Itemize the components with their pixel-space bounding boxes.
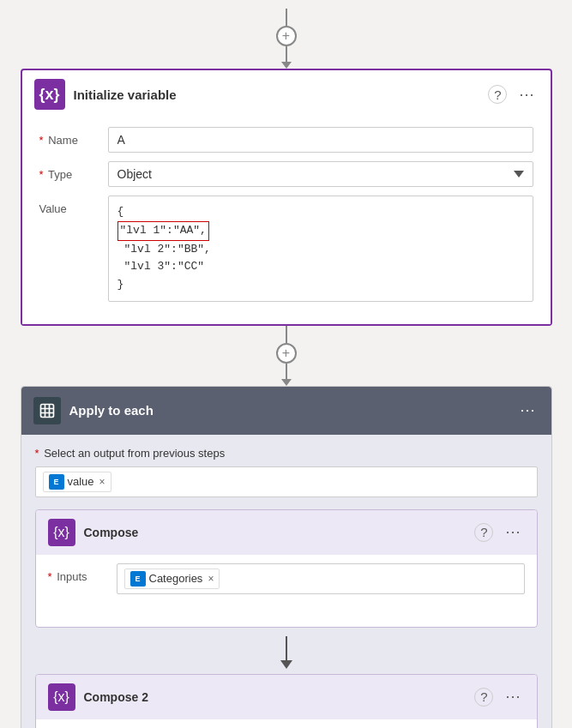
value-highlight: "lvl 1":"AA",	[117, 221, 209, 241]
compose2-title: Compose 2	[84, 690, 467, 704]
type-field-row: * Type Object String Integer Float Boole…	[39, 161, 533, 187]
mid-connector-line2	[286, 364, 287, 381]
categories-token-icon: E	[130, 571, 146, 587]
more-options-button[interactable]: ···	[515, 84, 538, 105]
compose1-card: {x} Compose ? ··· * Inputs	[35, 509, 538, 628]
select-output-input[interactable]: E value ×	[35, 466, 538, 497]
value-label: Value	[39, 196, 108, 215]
init-var-icon: {x}	[34, 79, 65, 110]
value-line2: "lvl 1":"AA",	[117, 221, 524, 241]
name-label: * Name	[39, 127, 108, 147]
initialize-variable-card: {x} Initialize variable ? ··· * Name	[21, 69, 552, 326]
compose2-body: * Inputs fx variables(...) ×	[36, 719, 537, 728]
type-value: Object String Integer Float Boolean Arra…	[108, 161, 533, 187]
card-title: Initialize variable	[74, 87, 480, 102]
top-connector: +	[276, 9, 297, 69]
value-content: { "lvl 1":"AA", "lvl 2":"BB", "lvl 3":"C…	[108, 196, 533, 302]
mid-connector-line1	[286, 326, 287, 343]
card-body: * Name * Type Object String Integer	[22, 118, 551, 324]
card-actions: ? ···	[488, 84, 538, 105]
mid-connector: +	[276, 326, 297, 386]
compose2-icon: {x}	[48, 683, 75, 711]
apply-each-body: * Select an output from previous steps E…	[21, 435, 551, 728]
apply-each-more-options[interactable]: ···	[516, 400, 539, 421]
compose1-title: Compose	[84, 526, 467, 539]
apply-each-header: Apply to each ···	[21, 387, 551, 435]
select-output-label: * Select an output from previous steps	[35, 447, 538, 460]
compose1-header: {x} Compose ? ···	[36, 510, 537, 555]
apply-each-title: Apply to each	[69, 403, 509, 418]
apply-to-each-card: Apply to each ··· * Select an output fro…	[21, 386, 552, 728]
compose1-body: * Inputs E Categories ×	[36, 555, 537, 627]
compose1-icon: {x}	[48, 519, 75, 546]
categories-token: E Categories ×	[124, 569, 220, 589]
type-select[interactable]: Object String Integer Float Boolean Arra…	[108, 161, 533, 187]
compose1-help-btn[interactable]: ?	[474, 523, 493, 542]
connector-line-2	[286, 46, 287, 63]
value-box[interactable]: { "lvl 1":"AA", "lvl 2":"BB", "lvl 3":"C…	[108, 196, 533, 302]
curly-braces-icon: {x}	[39, 86, 59, 104]
compose-connector-line	[286, 636, 287, 662]
svg-rect-0	[40, 404, 53, 417]
type-label: * Type	[39, 161, 108, 181]
compose1-inputs-value: E Categories ×	[117, 563, 525, 606]
add-step-btn-top[interactable]: +	[276, 26, 297, 46]
compose-connector-arrow	[280, 660, 292, 669]
compose1-more-btn[interactable]: ···	[502, 521, 524, 543]
connector-line	[286, 9, 287, 26]
compose2-more-btn[interactable]: ···	[502, 686, 524, 707]
apply-each-icon	[33, 397, 61, 424]
compose2-card: {x} Compose 2 ? ··· * Inputs	[35, 674, 538, 728]
add-step-btn-mid[interactable]: +	[276, 343, 297, 364]
name-field-row: * Name	[39, 127, 533, 153]
compose2-header: {x} Compose 2 ? ···	[36, 675, 537, 719]
help-button[interactable]: ?	[488, 85, 507, 104]
value-token: E value ×	[43, 472, 111, 492]
compose2-help-btn[interactable]: ?	[474, 688, 493, 707]
name-input[interactable]	[108, 127, 533, 153]
required-star: *	[39, 134, 44, 147]
token-remove-btn[interactable]: ×	[99, 476, 105, 488]
compose1-inputs-label: * Inputs	[48, 563, 117, 583]
name-value	[108, 127, 533, 153]
compose1-token-input[interactable]: E Categories ×	[117, 563, 525, 594]
value-field-row: Value { "lvl 1":"AA", "lvl 2":"BB", "lvl…	[39, 196, 533, 302]
required-star-type: *	[39, 168, 44, 181]
card-header: {x} Initialize variable ? ···	[22, 70, 551, 118]
connector-arrow	[281, 62, 292, 69]
compose-connector	[35, 636, 538, 669]
mid-connector-arrow	[281, 379, 292, 386]
categories-token-remove[interactable]: ×	[208, 573, 214, 585]
token-office-icon: E	[49, 474, 64, 490]
compose1-inputs-row: * Inputs E Categories ×	[48, 563, 525, 606]
